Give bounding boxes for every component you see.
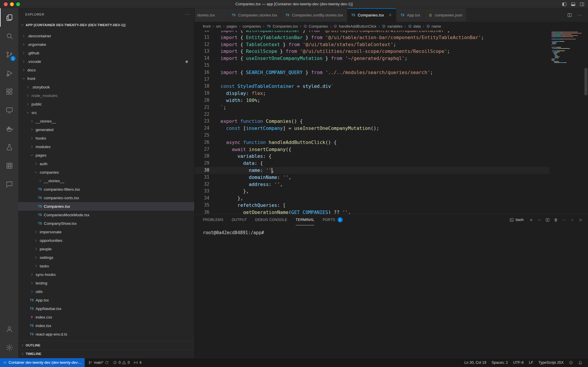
- toggle-secondary-sidebar-icon[interactable]: [579, 2, 584, 7]
- code-line-31[interactable]: 31 domainName: '',: [195, 174, 550, 181]
- breadcrumb-item[interactable]: Companies: [303, 24, 328, 29]
- eol[interactable]: LF: [526, 358, 536, 367]
- tab-stories.tsx[interactable]: stories.tsx: [195, 8, 228, 22]
- tree-item-auth[interactable]: auth: [18, 160, 194, 168]
- tree-item-.storybook[interactable]: .storybook: [18, 83, 194, 91]
- panel-tab-ports[interactable]: PORTS1: [323, 214, 343, 225]
- section-timeline[interactable]: TIMELINE: [18, 349, 194, 358]
- code-line-11[interactable]: 11import { EntityTableActionBar } from '…: [195, 34, 550, 41]
- tree-item-react-app-env.d.ts[interactable]: TSreact-app-env.d.ts: [18, 330, 194, 338]
- tree-item-__stories__[interactable]: __stories__: [18, 117, 194, 125]
- problems-indicator[interactable]: 00: [111, 358, 132, 367]
- tree-item-opportunities[interactable]: opportunities: [18, 236, 194, 245]
- code-line-33[interactable]: 33 },: [195, 188, 550, 195]
- tree-item-hooks[interactable]: hooks: [18, 134, 194, 143]
- new-terminal-icon[interactable]: [529, 218, 533, 222]
- breadcrumb-item[interactable]: name: [426, 24, 441, 29]
- code-line-28[interactable]: 28 variables: {: [195, 153, 550, 160]
- breadcrumb-item[interactable]: front: [203, 24, 211, 29]
- editor-scrollbar[interactable]: [584, 68, 587, 95]
- code-line-13[interactable]: 13import { RecoilScope } from '@/ui/util…: [195, 48, 550, 55]
- tree-item-CompanyShow.tsx[interactable]: TSCompanyShow.tsx: [18, 219, 194, 228]
- tree-item-src[interactable]: src: [18, 108, 194, 117]
- code-editor[interactable]: 10import { WithTopBarContainer } from '@…: [195, 31, 588, 214]
- code-line-27[interactable]: 27 await insertCompany({: [195, 146, 550, 153]
- tree-item-docs[interactable]: docs: [18, 66, 194, 74]
- tab-Companies.tsx[interactable]: TSCompanies.tsx: [347, 8, 396, 22]
- remote-indicator[interactable]: Container dev-twenty-dev (dev-twenty-dev…: [0, 358, 85, 367]
- tab-App.tsx[interactable]: TSApp.tsx: [396, 8, 424, 22]
- tree-item-.vscode[interactable]: .vscode: [18, 57, 194, 66]
- code-line-17[interactable]: 17: [195, 76, 550, 83]
- code-line-19[interactable]: 19 display: flex;: [195, 90, 550, 97]
- tree-item-impersonate[interactable]: impersonate: [18, 228, 194, 236]
- activity-extensions-button[interactable]: [0, 82, 18, 101]
- code-line-30[interactable]: 30 name: '',: [195, 167, 550, 174]
- tree-item-people[interactable]: people: [18, 245, 194, 253]
- explorer-actions-icon[interactable]: [185, 12, 190, 17]
- section-header[interactable]: APP [CONTAINER DEV-TWENTY-DEV (DEV-TWENT…: [18, 21, 194, 29]
- activity-docker-button[interactable]: [0, 119, 18, 138]
- code-line-12[interactable]: 12import { TableContext } from '@/ui/tab…: [195, 41, 550, 48]
- more-actions-icon[interactable]: [562, 218, 566, 222]
- kill-terminal-icon[interactable]: [554, 218, 558, 222]
- code-line-24[interactable]: 24 const [insertCompany] = useInsertOneC…: [195, 125, 550, 132]
- toggle-panel-icon[interactable]: [571, 2, 576, 7]
- language-mode[interactable]: TypeScript JSX: [536, 358, 566, 367]
- code-line-16[interactable]: 16import { SEARCH_COMPANY_QUERY } from '…: [195, 69, 550, 76]
- code-line-20[interactable]: 20 width: 100%;: [195, 97, 550, 104]
- breadcrumb-item[interactable]: data: [408, 24, 421, 29]
- tree-item-node_modules[interactable]: node_modules: [18, 91, 194, 100]
- tree-item-.devcontainer[interactable]: .devcontainer: [18, 32, 194, 40]
- maximize-window-button[interactable]: [16, 2, 20, 6]
- code-line-26[interactable]: 26 async function handleAddButtonClick()…: [195, 139, 550, 146]
- code-line-25[interactable]: 25: [195, 132, 550, 139]
- tree-item-index.tsx[interactable]: TSindex.tsx: [18, 321, 194, 330]
- branch-indicator[interactable]: main*: [86, 358, 111, 367]
- code-line-34[interactable]: 34 },: [195, 195, 550, 202]
- tree-item-App.tsx[interactable]: TSApp.tsx: [18, 296, 194, 304]
- tree-item-__stories__[interactable]: __stories__: [18, 177, 194, 185]
- tree-item-utils[interactable]: utils: [18, 287, 194, 296]
- tree-item-index.css[interactable]: #index.css: [18, 313, 194, 321]
- panel-tab-terminal[interactable]: TERMINAL: [296, 214, 315, 225]
- split-editor-icon[interactable]: [567, 13, 572, 18]
- panel-tab-debug-console[interactable]: DEBUG CONSOLE: [255, 214, 288, 225]
- activity-grid-view-button[interactable]: [0, 156, 18, 175]
- section-outline[interactable]: OUTLINE: [18, 341, 194, 349]
- code-line-14[interactable]: 14import { useInsertOneCompanyMutation }…: [195, 55, 550, 62]
- tree-item-Companies.tsx[interactable]: TSCompanies.tsx: [18, 202, 194, 211]
- tree-item-pages[interactable]: pages: [18, 151, 194, 160]
- code-line-36[interactable]: 36 getOperationName(GET_COMPANIES) ?? ''…: [195, 209, 550, 214]
- tree-item-.github[interactable]: .github: [18, 49, 194, 57]
- breadcrumb-item[interactable]: TSCompanies.tsx: [266, 24, 298, 29]
- activity-search-button[interactable]: [0, 27, 18, 45]
- encoding[interactable]: UTF-8: [511, 358, 526, 367]
- activity-source-control-button[interactable]: 1: [0, 45, 18, 64]
- panel-tab-output[interactable]: OUTPUT: [232, 214, 247, 225]
- tree-item-settings[interactable]: settings: [18, 253, 194, 262]
- activity-test-explorer-button[interactable]: [0, 138, 18, 156]
- tree-item-companies-sorts.tsx[interactable]: TScompanies-sorts.tsx: [18, 194, 194, 202]
- ports-indicator[interactable]: 4: [132, 358, 143, 367]
- split-terminal-icon[interactable]: [545, 218, 550, 222]
- tree-item-public[interactable]: public: [18, 100, 194, 108]
- tree-item-sync-hooks[interactable]: sync-hooks: [18, 270, 194, 279]
- activity-comments-button[interactable]: [0, 175, 18, 193]
- activity-settings-button[interactable]: [0, 338, 18, 357]
- minimize-window-button[interactable]: [10, 2, 14, 6]
- launch-profile-icon[interactable]: [537, 218, 542, 222]
- code-line-21[interactable]: 21`;: [195, 104, 550, 111]
- tree-item-generated[interactable]: generated: [18, 125, 194, 134]
- breadcrumb-item[interactable]: src: [216, 24, 221, 29]
- terminal-content[interactable]: root@0a42ecd84891:/app#: [195, 225, 588, 358]
- close-icon[interactable]: [388, 13, 392, 17]
- activity-remote-explorer-button[interactable]: [0, 101, 18, 119]
- tree-item-tasks[interactable]: tasks: [18, 262, 194, 270]
- breadcrumb-item[interactable]: pages: [227, 24, 237, 29]
- breadcrumb-item[interactable]: companies: [243, 24, 261, 29]
- breadcrumb-item[interactable]: variables: [382, 24, 402, 29]
- terminal-instance[interactable]: bash: [510, 218, 524, 222]
- code-line-29[interactable]: 29 data: {: [195, 160, 550, 167]
- maximize-panel-icon[interactable]: [570, 218, 574, 222]
